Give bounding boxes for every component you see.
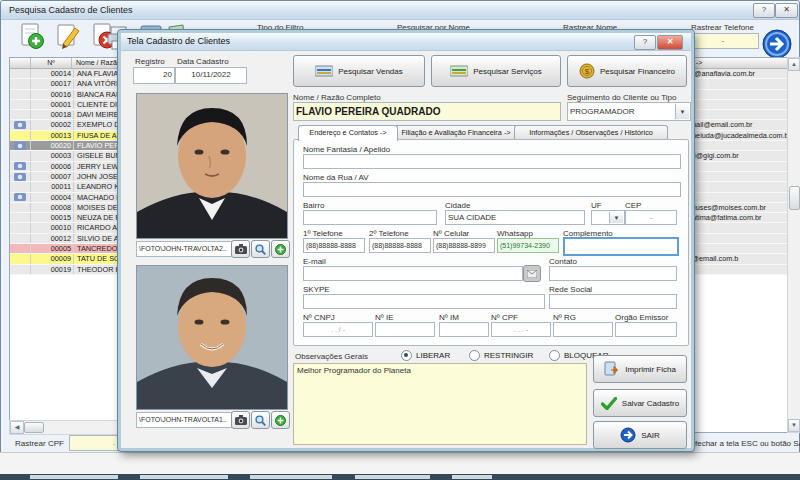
salvar-cadastro-button[interactable]: Salvar Cadastro [593,389,687,417]
pesquisar-vendas-button[interactable]: Pesquisar Vendas [293,55,425,87]
tab-informacoes[interactable]: Informações / Observações / Histórico [514,125,668,140]
salvar-label: Salvar Cadastro [622,399,679,408]
rastrear-telefone-input[interactable]: - [687,33,759,49]
imprimir-ficha-button[interactable]: Imprimir Ficha [593,355,687,383]
rg-input[interactable] [553,322,613,337]
send-email-button[interactable] [523,265,541,282]
email-row[interactable]: a@anaflavia.com.br [688,69,788,79]
go-search-button[interactable] [761,28,793,60]
email-row[interactable] [688,162,788,172]
email-row[interactable]: l@email.com.b [688,254,788,264]
clients-hscrollbar[interactable]: ◀ [9,420,119,435]
chevron-down-icon[interactable]: ▼ [675,104,689,119]
tab-filiacao[interactable]: Filiação e Avaliação Financeira -> [388,125,524,140]
seguimento-label: Seguimento do Cliente ou Tipo [567,93,676,102]
skype-label: SKYPE [303,285,330,294]
email-row[interactable]: gi@gigi.com.br [688,151,788,161]
bairro-input[interactable] [303,210,437,225]
camera-icon [235,415,247,425]
email-row[interactable]: oiuses@moises.com.br [688,203,788,213]
pesquisar-servicos-button[interactable]: Pesquisar Serviços [431,55,561,87]
email-row[interactable] [688,193,788,203]
tab-endereco[interactable]: Endereço e Contatos -> [298,125,398,141]
seguimento-combo[interactable]: PROGRAMADOR ▼ [567,102,691,121]
rede-social-input[interactable] [549,294,677,309]
svg-text:$: $ [585,67,590,76]
celular-label: Nº Celular [433,229,469,238]
cnpj-label: Nº CNPJ [303,313,335,322]
observacoes-textarea[interactable]: Melhor Programador do Planeta [293,363,587,445]
email-row[interactable] [688,110,788,120]
photo-indicator-icon [14,173,26,181]
rua-label: Nome da Rua / AV [303,173,369,182]
cep-input[interactable]: - [625,210,677,225]
celular-input[interactable]: (88)88888-8899 [433,238,495,253]
data-cadastro-input[interactable]: 10/11/2022 [175,67,247,84]
whatsapp-input[interactable]: (51)99734-2390 [497,238,559,253]
photo2-capture-button[interactable] [231,411,250,429]
cpf-input[interactable]: . . . - [491,322,551,337]
radio-restringir[interactable]: RESTRINGIR [469,350,533,361]
main-close-button[interactable]: ✕ [775,3,798,18]
email-grid-vscrollbar[interactable]: ▲ ▼ [787,57,800,433]
sair-label: SAIR [641,431,660,440]
photo2-path[interactable]: \FOTO\JOHN-TRAVOLTA1.. [136,412,234,428]
photo1-capture-button[interactable] [231,240,250,258]
background-grid-fragment [30,475,118,479]
photo1-add-button[interactable] [271,240,290,258]
email-row[interactable]: mail@email.com.br [688,120,788,130]
nome-completo-input[interactable]: FLAVIO PEREIRA QUADRADO [293,102,561,121]
pesquisar-financeiro-button[interactable]: $ Pesquisar Financeiro [567,55,687,87]
contato-input[interactable] [549,266,677,281]
email-row[interactable] [688,100,788,110]
photo2-add-button[interactable] [271,411,290,429]
sair-button[interactable]: SAIR [593,421,687,449]
email-row[interactable] [688,244,788,254]
vscroll-thumb[interactable] [789,186,800,210]
im-input[interactable] [439,322,489,337]
email-row[interactable] [688,172,788,182]
radio-liberar[interactable]: LIBERAR [401,350,450,361]
uf-combo[interactable]: ▼ [591,210,625,225]
email-row[interactable] [688,265,788,275]
email-row[interactable]: meiuda@jucadealmeda.com.b [688,131,788,141]
complemento-input[interactable] [563,237,679,256]
new-record-icon[interactable] [17,22,45,50]
tel1-input[interactable]: (88)88888-8888 [303,238,365,253]
radio-icon [469,350,480,361]
photo-indicator-icon [14,121,26,129]
orgao-input[interactable] [615,322,677,337]
chevron-down-icon[interactable]: ▼ [609,212,623,223]
email-row[interactable] [688,141,788,151]
data-cadastro-label: Data Cadastro [177,57,229,66]
registro-input[interactable]: 20 [133,67,175,84]
email-row[interactable] [688,223,788,233]
radio-icon [401,350,412,361]
photo1-path[interactable]: \FOTO\JOHN-TRAVOLTA2.. [136,241,234,257]
email-row[interactable] [688,182,788,192]
email-row[interactable]: fatima@fatima.com.br [688,213,788,223]
radio-icon [549,350,560,361]
sales-icon [315,65,333,77]
dialog-help-button[interactable]: ? [634,35,656,50]
im-label: Nº IM [439,313,459,322]
nome-fantasia-input[interactable] [303,154,681,169]
email-input[interactable] [303,266,523,281]
email-row[interactable] [688,79,788,89]
main-help-button[interactable]: ? [753,3,775,18]
tel2-input[interactable]: (88)88888-8888 [369,238,431,253]
rua-input[interactable] [303,182,681,197]
cidade-input[interactable]: SUA CIDADE [445,210,585,225]
hscroll-thumb[interactable] [24,422,44,433]
add-photo-icon [275,244,286,255]
cnpj-input[interactable]: . . / - [303,322,373,337]
photo1-zoom-button[interactable] [251,240,270,258]
email-row[interactable] [688,234,788,244]
dialog-close-button[interactable]: ✕ [657,35,683,50]
photo2-zoom-button[interactable] [251,411,270,429]
ie-input[interactable] [375,322,435,337]
skype-input[interactable] [303,294,545,309]
email-row[interactable] [688,90,788,100]
pesquisar-vendas-label: Pesquisar Vendas [338,67,403,76]
edit-record-icon[interactable] [53,22,81,50]
